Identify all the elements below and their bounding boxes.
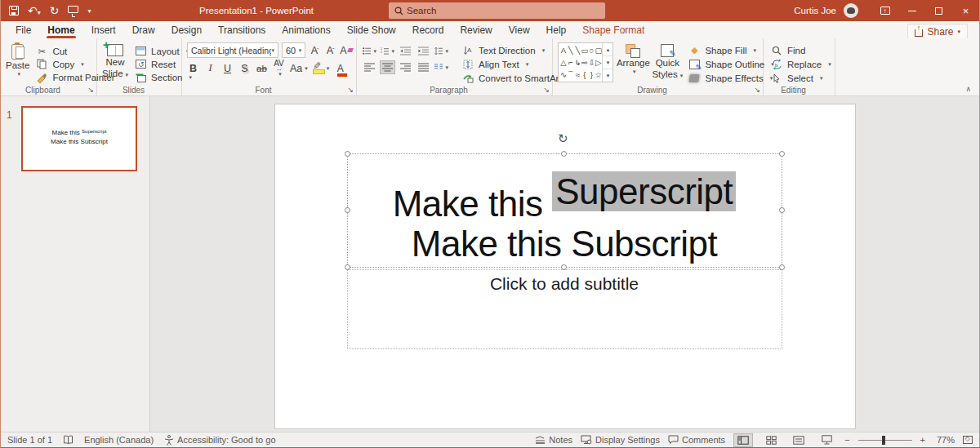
shape-fill-button[interactable]: ◆Shape Fill [686, 44, 775, 56]
font-size-select[interactable]: 60▾ [282, 42, 305, 58]
resize-handle-top-middle[interactable] [561, 151, 567, 157]
shrink-font-button[interactable]: Aˇ [324, 43, 336, 57]
columns-button[interactable] [434, 60, 449, 74]
slide-indicator[interactable]: Slide 1 of 1 [7, 435, 52, 445]
shape-gallery-item[interactable]: } [590, 71, 593, 79]
display-settings-button[interactable]: Display Settings [581, 435, 660, 445]
shape-gallery-item[interactable]: A [561, 47, 566, 55]
shape-gallery-item[interactable]: ↳ [574, 59, 581, 67]
underline-button[interactable]: U [221, 61, 234, 75]
strikethrough-button[interactable]: ab [256, 61, 268, 75]
align-right-button[interactable] [398, 60, 413, 74]
shape-gallery-item[interactable]: ○ [590, 47, 595, 55]
resize-handle-middle-right[interactable] [779, 207, 785, 213]
shape-gallery-item[interactable]: ╲ [568, 47, 573, 55]
zoom-slider-thumb[interactable] [882, 436, 885, 445]
new-slide-button[interactable]: New Slide [102, 42, 128, 84]
language-indicator[interactable]: English (Canada) [84, 435, 154, 445]
resize-handle-bottom-left[interactable] [345, 264, 350, 270]
align-center-button[interactable] [380, 60, 395, 74]
shape-gallery-item[interactable]: ╲ [576, 47, 581, 55]
shape-gallery-item[interactable]: ⇩ [588, 59, 595, 67]
shapes-scroll-down-icon[interactable]: ▼ [603, 56, 612, 69]
shape-gallery-item[interactable]: ▷ [595, 59, 601, 67]
numbering-button[interactable]: 12 [380, 44, 395, 58]
quick-styles-button[interactable]: Quick Styles [653, 42, 682, 84]
rotate-handle-icon[interactable]: ↻ [558, 132, 568, 144]
tab-view[interactable]: View [501, 21, 538, 38]
tab-insert[interactable]: Insert [83, 21, 124, 38]
clear-formatting-button[interactable]: A [340, 43, 353, 57]
accessibility-status[interactable]: Accessibility: Good to go [164, 435, 275, 446]
shapes-gallery-more-icon[interactable]: ▼ [603, 69, 612, 82]
decrease-indent-button[interactable] [398, 44, 413, 58]
shape-gallery-item[interactable]: ⌒ [567, 71, 575, 79]
tab-record[interactable]: Record [404, 21, 452, 38]
tab-home[interactable]: Home [39, 21, 82, 38]
align-left-button[interactable] [362, 60, 377, 74]
increase-indent-button[interactable] [416, 44, 431, 58]
minimize-button[interactable] [898, 0, 925, 21]
line-spacing-button[interactable] [434, 44, 449, 58]
resize-handle-top-left[interactable] [345, 151, 350, 157]
find-button[interactable]: Find [768, 44, 833, 56]
zoom-in-button[interactable]: + [920, 435, 925, 445]
shape-outline-button[interactable]: Shape Outline [686, 58, 775, 70]
font-name-select[interactable]: Calibri Light (Headings)▾ [187, 42, 278, 58]
font-dialog-launcher-icon[interactable]: ↘ [347, 86, 354, 94]
title-placeholder[interactable]: ↻ Make this Superscript Make this Subscr… [347, 153, 782, 268]
redo-icon[interactable]: ↻ [50, 5, 60, 16]
ribbon-display-options-button[interactable]: ↑ [871, 0, 898, 21]
shape-gallery-item[interactable]: { [583, 71, 586, 79]
paragraph-dialog-launcher-icon[interactable]: ↘ [543, 86, 550, 94]
resize-handle-bottom-right[interactable] [779, 264, 785, 270]
avatar[interactable] [844, 3, 858, 18]
replace-button[interactable]: bReplace [768, 58, 833, 70]
search-input[interactable]: Search [389, 2, 605, 19]
collapse-ribbon-icon[interactable]: ∧ [965, 85, 971, 93]
select-button[interactable]: Select [768, 72, 833, 84]
reading-view-button[interactable] [789, 433, 808, 447]
tab-animations[interactable]: Animations [274, 21, 338, 38]
slide-title-text[interactable]: Make this Superscript Make this Subscrip… [348, 184, 782, 264]
tab-slide-show[interactable]: Slide Show [339, 21, 404, 38]
shape-gallery-item[interactable]: ☆ [595, 71, 603, 79]
share-button[interactable]: Share ▾ [907, 24, 968, 39]
arrange-button[interactable]: Arrange [617, 42, 648, 84]
shape-gallery-item[interactable]: ▢ [595, 47, 602, 55]
maximize-button[interactable] [925, 0, 952, 21]
subtitle-placeholder-text[interactable]: Click to add subtitle [348, 274, 782, 294]
notes-button[interactable]: Notes [535, 435, 572, 445]
shape-gallery-item[interactable]: ≈ [576, 71, 580, 79]
customize-qat-chevron-icon[interactable]: ▾ [87, 7, 91, 15]
drawing-dialog-launcher-icon[interactable]: ↘ [754, 86, 760, 94]
resize-handle-bottom-middle[interactable] [561, 264, 567, 270]
shape-gallery-item[interactable]: ⇨ [581, 59, 588, 67]
resize-handle-top-right[interactable] [779, 151, 785, 157]
zoom-level[interactable]: 77% [933, 435, 955, 445]
shape-gallery-item[interactable]: ▭ [581, 47, 588, 55]
comments-button[interactable]: Comments [668, 435, 725, 445]
normal-view-button[interactable] [733, 433, 753, 447]
clipboard-dialog-launcher-icon[interactable]: ↘ [87, 86, 94, 94]
shape-effects-button[interactable]: Shape Effects [686, 72, 775, 84]
shapes-scroll-up-icon[interactable]: ▲ [603, 43, 612, 56]
shape-gallery-item[interactable]: ⌐ [568, 59, 573, 67]
undo-icon[interactable]: ↶▾ [28, 5, 41, 16]
tab-help[interactable]: Help [538, 21, 575, 38]
tab-design[interactable]: Design [163, 21, 210, 38]
change-case-button[interactable]: Aa [290, 61, 308, 75]
character-spacing-button[interactable]: AV↔ [273, 61, 285, 75]
italic-button[interactable]: I [204, 61, 216, 75]
bold-button[interactable]: B [187, 61, 199, 75]
slideshow-view-button[interactable] [817, 433, 836, 447]
tab-file[interactable]: File [7, 21, 39, 38]
resize-handle-middle-left[interactable] [345, 207, 350, 213]
text-highlight-color-button[interactable] [313, 61, 330, 75]
font-color-button[interactable]: A [334, 61, 346, 75]
grow-font-button[interactable]: Aˆ [309, 43, 321, 57]
zoom-out-button[interactable]: − [844, 435, 849, 445]
tab-shape-format[interactable]: Shape Format [574, 21, 653, 38]
user-name[interactable]: Curtis Joe [794, 6, 836, 16]
paste-button[interactable]: Paste [6, 42, 29, 84]
